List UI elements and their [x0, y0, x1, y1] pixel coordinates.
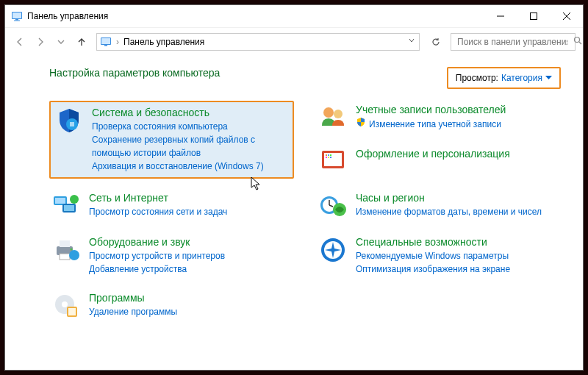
refresh-button[interactable]: [427, 33, 445, 51]
recent-dropdown-icon[interactable]: [52, 33, 70, 51]
svg-rect-23: [60, 240, 70, 247]
svg-rect-35: [326, 154, 327, 156]
category-link[interactable]: Просмотр состояния сети и задач: [89, 205, 227, 218]
uac-shield-icon: [356, 117, 366, 131]
category-link[interactable]: Архивация и восстановление (Windows 7): [92, 160, 288, 173]
category-link[interactable]: Просмотр устройств и принтеров: [89, 249, 225, 262]
navbar: › Панель управления: [5, 27, 583, 55]
svg-point-21: [70, 195, 79, 204]
view-by-label: Просмотр:: [456, 73, 498, 83]
category-title[interactable]: Часы и регион: [356, 192, 542, 204]
svg-rect-38: [326, 157, 327, 158]
category-link[interactable]: Сохранение резервных копий файлов с помо…: [92, 133, 288, 160]
breadcrumb[interactable]: Панель управления: [123, 37, 204, 47]
svg-point-32: [334, 110, 343, 118]
category-link[interactable]: Изменение форматов даты, времени и чисел: [356, 205, 542, 218]
category-appearance[interactable]: Оформление и персонализация: [316, 145, 561, 179]
svg-rect-16: [70, 122, 74, 126]
category-column-left: Система и безопасность Проверка состояни…: [49, 101, 294, 323]
svg-point-25: [71, 249, 73, 251]
category-column-right: Учетные записи пользователей Изменение т…: [316, 101, 561, 323]
category-title[interactable]: Оборудование и звук: [89, 236, 225, 248]
svg-point-26: [69, 250, 79, 260]
category-link[interactable]: Добавление устройства: [89, 262, 225, 276]
svg-point-31: [323, 107, 334, 118]
search-icon: [573, 36, 582, 47]
titlebar: Панель управления: [5, 5, 583, 27]
forward-button[interactable]: [32, 33, 49, 51]
address-bar[interactable]: › Панель управления: [96, 33, 420, 51]
category-title[interactable]: Система и безопасность: [92, 107, 288, 118]
svg-rect-40: [330, 157, 331, 158]
printer-icon: [52, 236, 80, 264]
chevron-down-icon: [545, 73, 552, 83]
category-title[interactable]: Сеть и Интернет: [89, 192, 227, 204]
clock-icon: [319, 192, 347, 220]
view-by-value[interactable]: Категория: [501, 73, 542, 83]
svg-rect-10: [101, 38, 110, 44]
shield-icon: [55, 107, 83, 135]
svg-point-28: [62, 301, 68, 307]
svg-rect-3: [14, 21, 20, 21]
svg-rect-30: [68, 308, 76, 315]
category-link[interactable]: Проверка состояния компьютера: [92, 120, 288, 133]
window-title: Панель управления: [27, 11, 484, 21]
category-hardware-sound[interactable]: Оборудование и звук Просмотр устройств и…: [49, 233, 294, 279]
svg-rect-24: [60, 254, 70, 260]
control-panel-icon: [11, 10, 23, 22]
category-title[interactable]: Специальные возможности: [356, 236, 510, 248]
ease-of-access-icon: [319, 236, 347, 264]
close-button[interactable]: [550, 5, 583, 27]
category-user-accounts[interactable]: Учетные записи пользователей Изменение т…: [316, 101, 561, 135]
svg-rect-39: [328, 157, 329, 158]
svg-rect-36: [328, 154, 329, 156]
appearance-icon: [319, 148, 347, 176]
back-button[interactable]: [11, 33, 29, 51]
chevron-down-icon[interactable]: [407, 36, 416, 47]
svg-rect-1: [12, 12, 21, 18]
control-panel-icon: [100, 36, 112, 48]
category-title[interactable]: Оформление и персонализация: [356, 148, 510, 160]
category-clock-region[interactable]: Часы и регион Изменение форматов даты, в…: [316, 189, 561, 223]
category-link[interactable]: Изменение типа учетной записи: [356, 117, 506, 131]
category-title[interactable]: Программы: [89, 292, 177, 304]
svg-rect-20: [64, 205, 74, 211]
search-input[interactable]: [456, 36, 569, 48]
content-area: Настройка параметров компьютера Просмотр…: [5, 55, 583, 370]
network-icon: [52, 192, 80, 220]
svg-rect-5: [530, 13, 537, 20]
category-link[interactable]: Рекомендуемые Windows параметры: [356, 249, 510, 262]
maximize-button[interactable]: [517, 5, 550, 27]
svg-point-12: [575, 38, 580, 43]
category-link[interactable]: Удаление программы: [89, 305, 177, 318]
programs-icon: [52, 292, 80, 320]
svg-line-13: [579, 42, 581, 44]
category-link[interactable]: Оптимизация изображения на экране: [356, 262, 510, 276]
minimize-button[interactable]: [484, 5, 517, 27]
chevron-right-icon: ›: [116, 37, 119, 47]
category-title[interactable]: Учетные записи пользователей: [356, 104, 506, 115]
svg-rect-2: [15, 19, 18, 21]
svg-rect-37: [330, 154, 331, 156]
search-box[interactable]: [451, 33, 576, 51]
svg-rect-11: [104, 45, 107, 46]
category-programs[interactable]: Программы Удаление программы: [49, 289, 294, 323]
control-panel-window: { "titlebar": { "title": "Панель управле…: [4, 4, 584, 371]
category-system-security[interactable]: Система и безопасность Проверка состояни…: [49, 101, 294, 179]
view-by-selector[interactable]: Просмотр: Категория: [447, 67, 561, 89]
up-button[interactable]: [73, 33, 90, 51]
category-network-internet[interactable]: Сеть и Интернет Просмотр состояния сети …: [49, 189, 294, 223]
category-ease-of-access[interactable]: Специальные возможности Рекомендуемые Wi…: [316, 233, 561, 279]
users-icon: [319, 104, 347, 132]
svg-marker-14: [545, 76, 552, 79]
svg-rect-18: [55, 198, 65, 204]
